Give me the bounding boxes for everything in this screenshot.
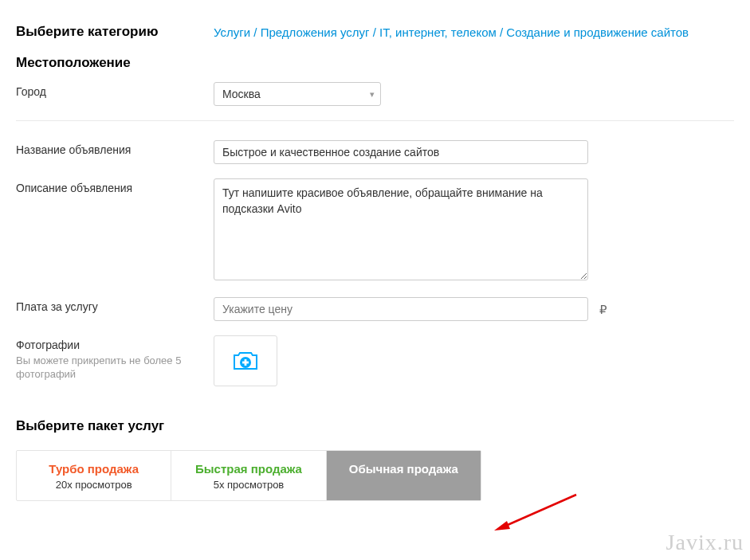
- breadcrumb-link[interactable]: IT, интернет, телеком: [379, 25, 497, 39]
- arrow-annotation-icon: [493, 491, 580, 534]
- package-turbo[interactable]: Турбо продажа 20x просмотров: [17, 451, 171, 500]
- package-normal[interactable]: Обычная продажа: [327, 451, 481, 500]
- package-normal-title: Обычная продажа: [333, 462, 474, 476]
- photos-hint: Вы можете прикрепить не более 5 фотограф…: [16, 354, 214, 382]
- package-turbo-title: Турбо продажа: [23, 462, 164, 476]
- watermark: Javix.ru: [666, 530, 744, 555]
- category-breadcrumb: Услуги / Предложения услуг / IT, интерне…: [214, 24, 734, 41]
- price-input[interactable]: [214, 297, 588, 321]
- photos-label: Фотографии: [16, 339, 80, 351]
- photo-upload-button[interactable]: [214, 335, 277, 386]
- city-select[interactable]: Москва: [214, 82, 381, 106]
- breadcrumb-link[interactable]: Предложения услуг: [261, 25, 370, 39]
- package-fast[interactable]: Быстрая продажа 5x просмотров: [171, 451, 326, 500]
- svg-marker-4: [494, 521, 510, 531]
- svg-rect-2: [242, 362, 249, 364]
- ad-title-input[interactable]: [214, 140, 588, 164]
- select-package-heading: Выберите пакет услуг: [16, 418, 734, 434]
- package-selector: Турбо продажа 20x просмотров Быстрая про…: [16, 450, 481, 501]
- breadcrumb-sep: /: [250, 25, 261, 39]
- breadcrumb-sep: /: [497, 25, 507, 39]
- ad-title-label: Название объявления: [16, 140, 214, 156]
- svg-line-3: [502, 495, 576, 527]
- ad-description-label: Описание объявления: [16, 178, 214, 194]
- currency-symbol: ₽: [599, 303, 607, 316]
- breadcrumb-link[interactable]: Создание и продвижение сайтов: [506, 25, 689, 39]
- ad-description-input[interactable]: Тут напишите красивое объявление, обраща…: [214, 178, 588, 280]
- select-category-heading: Выберите категорию: [16, 24, 214, 40]
- location-heading: Местоположение: [16, 55, 214, 71]
- divider: [16, 120, 734, 121]
- breadcrumb-sep: /: [370, 25, 380, 39]
- service-fee-label: Плата за услугу: [16, 297, 214, 313]
- breadcrumb-link[interactable]: Услуги: [214, 25, 250, 39]
- camera-add-icon: [232, 350, 259, 372]
- package-fast-title: Быстрая продажа: [178, 462, 319, 476]
- photos-label-block: Фотографии Вы можете прикрепить не более…: [16, 335, 214, 382]
- package-turbo-sub: 20x просмотров: [23, 479, 164, 491]
- city-label: Город: [16, 82, 214, 98]
- package-fast-sub: 5x просмотров: [178, 479, 319, 491]
